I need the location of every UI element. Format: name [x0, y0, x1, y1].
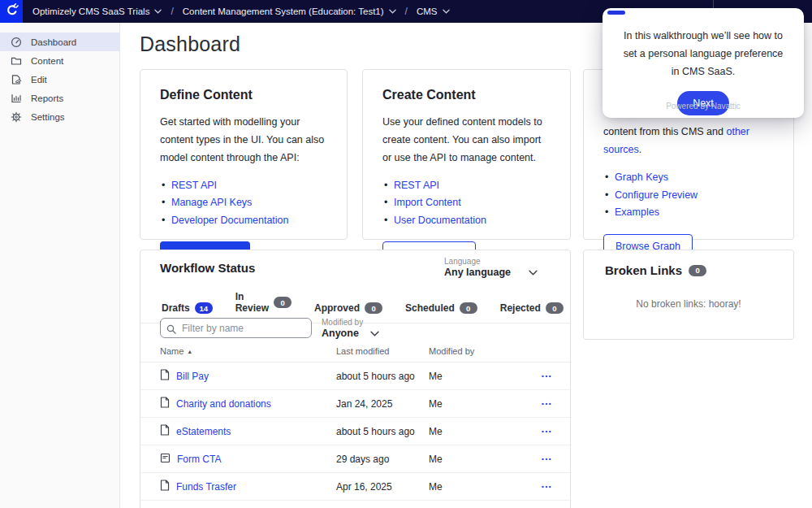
card-body: Use your defined content models to creat… — [382, 114, 551, 167]
content-link[interactable]: Charity and donations — [176, 398, 271, 410]
optimizely-logo[interactable] — [0, 0, 23, 23]
content-link[interactable]: Bill Pay — [176, 371, 209, 382]
walkthrough-popup: In this walkthrough we’ll see how to set… — [603, 8, 804, 118]
content-link[interactable]: Funds Trasfer — [176, 481, 236, 493]
chevron-down-icon — [443, 9, 450, 14]
list-item: Manage API Keys — [160, 194, 327, 211]
content-link[interactable]: eStatements — [176, 426, 231, 437]
developer-documentation-link[interactable]: Developer Documentation — [171, 215, 289, 226]
filter-field-wrap — [160, 318, 312, 338]
table-row: Form CTA 29 days ago Me ••• — [140, 445, 572, 473]
list-item: Import Content — [382, 194, 551, 211]
modified-by-label: Modified by — [322, 318, 379, 327]
card-link-list: Graph Keys Configure Preview Examples — [603, 169, 774, 221]
chevron-down-icon — [389, 9, 396, 14]
chevron-down-icon — [529, 267, 538, 278]
list-item: REST API — [382, 177, 551, 194]
more-actions-button[interactable]: ••• — [542, 455, 552, 462]
more-actions-button[interactable]: ••• — [542, 372, 552, 380]
table-row: Bill Pay about 5 hours ago Me ••• — [140, 363, 572, 390]
tab-scheduled[interactable]: Scheduled 0 — [404, 299, 479, 323]
modified-by-cell: Me — [429, 481, 518, 493]
list-item: REST API — [160, 177, 327, 194]
sidebar-item-reports[interactable]: Reports — [0, 89, 119, 107]
tab-rejected[interactable]: Rejected 0 — [499, 299, 565, 323]
list-item: Examples — [603, 203, 774, 220]
search-icon — [166, 323, 176, 337]
sort-ascending-icon: ▲ — [187, 349, 192, 354]
sidebar-item-edit[interactable]: Edit — [0, 70, 119, 89]
table-header: Name ▲ Last modified Modified by — [140, 346, 572, 363]
broken-links-empty-message: No broken links: hooray! — [605, 298, 772, 310]
list-item: Graph Keys — [603, 169, 774, 186]
configure-preview-link[interactable]: Configure Preview — [615, 189, 698, 201]
modified-by-select[interactable]: Modified by Anyone — [322, 318, 379, 339]
document-icon — [160, 424, 170, 438]
workflow-table: Name ▲ Last modified Modified by Bill Pa… — [140, 346, 572, 501]
walkthrough-progress-bar — [607, 11, 625, 15]
breadcrumb-separator: / — [169, 6, 175, 17]
modified-by-cell: Me — [429, 426, 518, 437]
manage-api-keys-link[interactable]: Manage API Keys — [171, 197, 252, 208]
document-icon — [160, 369, 170, 383]
list-item: User Documentation — [382, 211, 551, 228]
graph-keys-link[interactable]: Graph Keys — [615, 172, 668, 183]
tab-label: Scheduled — [405, 302, 455, 314]
gear-icon — [11, 111, 22, 123]
table-row: Charity and donations Jan 24, 2025 Me ••… — [140, 390, 572, 418]
sidebar-item-dashboard[interactable]: Dashboard — [0, 33, 119, 51]
card-link-list: REST API Manage API Keys Developer Docum… — [160, 177, 327, 229]
folder-icon — [11, 55, 22, 67]
document-icon — [160, 480, 170, 493]
rest-api-link[interactable]: REST API — [171, 180, 217, 191]
card-link-list: REST API Import Content User Documentati… — [382, 177, 551, 229]
import-content-link[interactable]: Import Content — [394, 197, 461, 208]
breadcrumb-label: Content Management System (Education: Te… — [183, 7, 384, 16]
gauge-icon — [11, 37, 22, 48]
card-title: Create Content — [382, 88, 551, 102]
broken-links-title: Broken Links — [605, 263, 682, 277]
define-content-card: Define Content Get started with modellin… — [140, 69, 348, 240]
powered-by-navattic-label: Powered by Navattic — [603, 102, 804, 111]
table-row: eStatements about 5 hours ago Me ••• — [140, 418, 572, 445]
examples-link[interactable]: Examples — [615, 206, 659, 218]
workflow-status-panel: Workflow Status Language Any language Dr… — [140, 250, 571, 508]
tab-label: Drafts — [162, 302, 190, 314]
document-icon — [160, 397, 170, 410]
last-modified-cell: 29 days ago — [336, 454, 429, 465]
more-actions-button[interactable]: ••• — [542, 483, 552, 490]
breadcrumb: Optimizely CMS SaaS Trials / Content Man… — [32, 6, 450, 17]
breadcrumb-item-project[interactable]: Optimizely CMS SaaS Trials — [32, 7, 162, 16]
card-body: Get started with modelling your content … — [160, 114, 327, 167]
broken-links-panel: Broken Links 0 No broken links: hooray! — [583, 250, 794, 340]
page-title: Dashboard — [140, 33, 240, 56]
sidebar-item-label: Reports — [31, 93, 63, 103]
tab-count-badge: 0 — [365, 302, 382, 314]
tab-label: Approved — [314, 302, 360, 314]
edit-icon — [11, 74, 22, 85]
user-documentation-link[interactable]: User Documentation — [394, 215, 486, 226]
column-header-name[interactable]: Name ▲ — [160, 346, 336, 356]
sidebar-item-content[interactable]: Content — [0, 51, 119, 70]
tab-label: Rejected — [500, 302, 541, 314]
language-select[interactable]: Language Any language — [444, 257, 538, 278]
column-label: Name — [160, 346, 184, 356]
more-actions-button[interactable]: ••• — [542, 428, 552, 435]
sidebar-item-label: Edit — [31, 75, 47, 85]
breadcrumb-item-instance[interactable]: Content Management System (Education: Te… — [183, 7, 396, 16]
last-modified-cell: about 5 hours ago — [336, 371, 429, 382]
last-modified-cell: Apr 16, 2025 — [336, 481, 429, 493]
breadcrumb-item-app[interactable]: CMS — [417, 7, 450, 16]
table-row: Funds Trasfer Apr 16, 2025 Me ••• — [140, 473, 572, 501]
content-link[interactable]: Form CTA — [177, 454, 221, 465]
sidebar-item-settings[interactable]: Settings — [0, 107, 119, 126]
language-label: Language — [444, 257, 538, 266]
filter-by-name-input[interactable] — [160, 318, 312, 338]
tab-count-badge: 0 — [546, 302, 564, 314]
modified-by-cell: Me — [429, 454, 518, 465]
rest-api-link[interactable]: REST API — [394, 180, 439, 191]
last-modified-cell: about 5 hours ago — [336, 426, 429, 437]
more-actions-button[interactable]: ••• — [542, 400, 552, 407]
optimizely-logo-icon — [4, 2, 19, 20]
sidebar-item-label: Content — [31, 56, 63, 66]
